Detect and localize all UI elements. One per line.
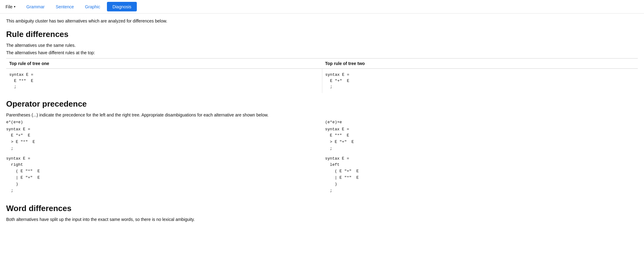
col2-code-cell: syntax E = E "+" E ; — [322, 69, 638, 93]
rule-differences-heading: Rule differences — [6, 30, 638, 39]
col2-header: Top rule of tree two — [322, 59, 638, 69]
op-col-right: (e*e)+e syntax E = E "*" E > E "+" E ; s… — [322, 120, 638, 198]
file-label: File — [6, 4, 13, 9]
navbar: File ▾ Grammar Sentence Graphic Diagnosi… — [0, 0, 644, 14]
col1-code-cell: syntax E = E "*" E ; — [6, 69, 322, 93]
word-differences-section: Word differences Both alternatives have … — [6, 204, 638, 222]
op-col-left: e*(e+e) syntax E = E "+" E > E "*" E ; s… — [6, 120, 322, 198]
col2-code: syntax E = E "+" E ; — [325, 72, 635, 90]
sentence-label: Sentence — [56, 4, 74, 9]
word-differences-heading: Word differences — [6, 204, 638, 213]
grammar-label: Grammar — [26, 4, 45, 9]
file-dropdown-arrow: ▾ — [14, 5, 15, 8]
diagnosis-tab[interactable]: Diagnosis — [107, 2, 137, 11]
rule-different-text: The alternatives have different rules at… — [6, 50, 638, 55]
operator-precedence-heading: Operator precedence — [6, 99, 638, 109]
main-content: This ambiguity cluster has two alternati… — [0, 14, 644, 227]
col1-header: Top rule of tree one — [6, 59, 322, 69]
rule-differences-table: Top rule of tree one Top rule of tree tw… — [6, 58, 638, 93]
op-left-code1: syntax E = E "+" E > E "*" E ; — [6, 126, 319, 152]
file-menu[interactable]: File ▾ — [0, 0, 21, 13]
op-right-code1: syntax E = E "*" E > E "+" E ; — [325, 126, 638, 152]
graphic-label: Graphic — [85, 4, 100, 9]
operator-precedence-columns: e*(e+e) syntax E = E "+" E > E "*" E ; s… — [6, 120, 638, 198]
graphic-tab[interactable]: Graphic — [79, 0, 106, 13]
op-left-code2: syntax E = right ( E "*" E | E "+" E ) ; — [6, 156, 319, 194]
word-differences-desc: Both alternatives have split up the inpu… — [6, 217, 638, 222]
sentence-tab[interactable]: Sentence — [50, 0, 79, 13]
op-left-label: e*(e+e) — [6, 120, 319, 124]
grammar-tab[interactable]: Grammar — [21, 0, 50, 13]
op-right-code2: syntax E = left ( E "+" E | E "*" E ) ; — [325, 156, 638, 194]
op-right-label: (e*e)+e — [325, 120, 638, 124]
operator-precedence-desc: Parentheses (...) indicate the precedenc… — [6, 112, 638, 117]
col1-code: syntax E = E "*" E ; — [9, 72, 319, 90]
rule-same-text: The alternatives use the same rules. — [6, 43, 638, 48]
diagnosis-label: Diagnosis — [112, 4, 131, 9]
intro-text: This ambiguity cluster has two alternati… — [6, 18, 638, 23]
